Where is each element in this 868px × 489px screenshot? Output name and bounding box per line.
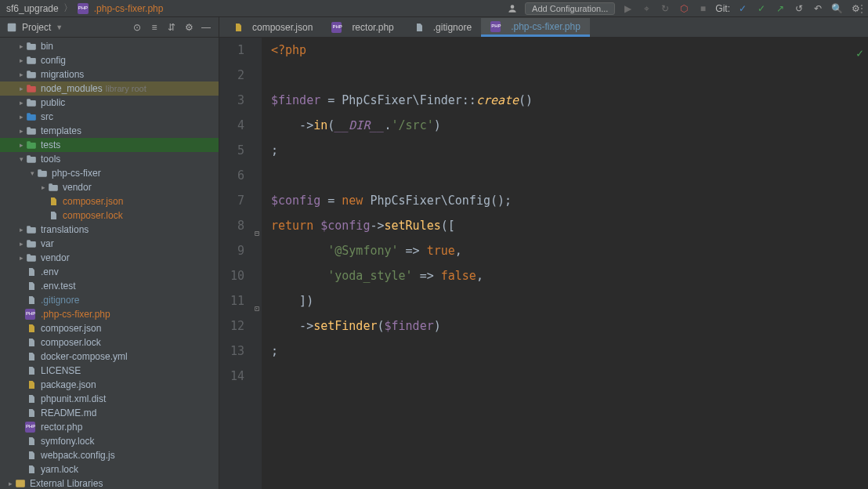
user-icon[interactable] bbox=[506, 2, 519, 15]
code-line[interactable]: 'yoda_style' => false, bbox=[271, 263, 868, 288]
select-opened-icon[interactable]: ⊙ bbox=[131, 21, 143, 34]
editor-tab[interactable]: rector.php bbox=[322, 18, 403, 37]
tree-item[interactable]: composer.json bbox=[0, 194, 219, 208]
code-line[interactable]: $finder = PhpCsFixer\Finder::create() bbox=[271, 88, 868, 113]
code-line[interactable]: return $config->setRules([ bbox=[271, 213, 868, 238]
tree-arrow-icon[interactable]: ▸ bbox=[17, 127, 25, 135]
gear-icon[interactable]: ⚙ bbox=[183, 21, 195, 34]
tree-item[interactable]: yarn.lock bbox=[0, 462, 219, 476]
code-line[interactable] bbox=[271, 63, 868, 88]
tree-arrow-icon[interactable]: ▸ bbox=[17, 141, 25, 149]
line-number[interactable]: 13 bbox=[219, 339, 244, 364]
line-number[interactable]: 14 bbox=[219, 364, 244, 389]
line-number[interactable]: 3 bbox=[219, 88, 244, 113]
project-tree[interactable]: ▸bin▸config▸migrations▸node_moduleslibra… bbox=[0, 38, 219, 489]
tree-arrow-icon[interactable]: ▸ bbox=[17, 113, 25, 121]
tree-arrow-icon[interactable]: ▸ bbox=[17, 99, 25, 107]
tree-item[interactable]: LICENSE bbox=[0, 364, 219, 378]
tree-arrow-icon[interactable]: ▾ bbox=[17, 155, 25, 163]
tree-arrow-icon[interactable]: ▸ bbox=[17, 240, 25, 248]
line-number[interactable]: 8 bbox=[219, 213, 244, 238]
fold-gutter[interactable]: ⊟⊡ bbox=[254, 38, 262, 489]
tree-arrow-icon[interactable]: ▸ bbox=[39, 183, 47, 191]
line-number[interactable]: 5 bbox=[219, 138, 244, 163]
tree-item[interactable]: webpack.config.js bbox=[0, 448, 219, 462]
tree-arrow-icon[interactable]: ▸ bbox=[17, 56, 25, 64]
breadcrumb-project[interactable]: sf6_upgrade bbox=[6, 3, 59, 14]
tree-item[interactable]: ▸var bbox=[0, 237, 219, 251]
line-number[interactable]: 6 bbox=[219, 163, 244, 188]
fold-icon[interactable]: ⊡ bbox=[255, 296, 259, 321]
git-commit-icon[interactable]: ✓ bbox=[755, 2, 768, 15]
tree-item[interactable]: ▸vendor bbox=[0, 180, 219, 194]
code-line[interactable]: ]) bbox=[271, 288, 868, 313]
profiler-icon[interactable]: ⬡ bbox=[678, 2, 690, 15]
tree-item[interactable]: .gitignore bbox=[0, 293, 219, 307]
undo-icon[interactable]: ↶ bbox=[812, 2, 824, 15]
history-icon[interactable]: ↺ bbox=[793, 2, 805, 15]
tree-item[interactable]: package.json bbox=[0, 378, 219, 392]
code-line[interactable]: ->setFinder($finder) bbox=[271, 313, 868, 339]
code-line[interactable] bbox=[271, 364, 868, 389]
line-number[interactable]: 4 bbox=[219, 113, 244, 138]
tree-arrow-icon[interactable]: ▸ bbox=[6, 480, 14, 487]
line-number[interactable]: 2 bbox=[219, 63, 244, 88]
code-content[interactable]: ✓ <?php $finder = PhpCsFixer\Finder::cre… bbox=[262, 38, 868, 489]
code-line[interactable]: ; bbox=[271, 138, 868, 163]
fold-icon[interactable]: ⊟ bbox=[255, 221, 259, 246]
add-configuration-button[interactable]: Add Configuration... bbox=[525, 2, 615, 15]
tree-item[interactable]: .env.test bbox=[0, 279, 219, 293]
tree-arrow-icon[interactable]: ▸ bbox=[17, 42, 25, 50]
tree-item[interactable]: ▸templates bbox=[0, 124, 219, 138]
tree-item[interactable]: ▸config bbox=[0, 53, 219, 67]
code-line[interactable] bbox=[271, 163, 868, 188]
code-editor[interactable]: 1234567891011121314 ⊟⊡ ✓ <?php $finder =… bbox=[219, 38, 868, 489]
tree-item[interactable]: composer.json bbox=[0, 321, 219, 335]
git-update-icon[interactable]: ✓ bbox=[736, 2, 749, 15]
run-icon[interactable]: ▶ bbox=[621, 2, 634, 15]
tree-item[interactable]: ▾tools bbox=[0, 152, 219, 166]
tree-item[interactable]: .env bbox=[0, 265, 219, 279]
breadcrumb-file[interactable]: .php-cs-fixer.php bbox=[94, 3, 164, 14]
tree-item[interactable]: ▸public bbox=[0, 96, 219, 110]
tree-arrow-icon[interactable]: ▸ bbox=[17, 254, 25, 262]
tree-item[interactable]: docker-compose.yml bbox=[0, 350, 219, 364]
debug-icon[interactable]: ⌖ bbox=[640, 2, 653, 15]
editor-tab[interactable]: .php-cs-fixer.php bbox=[481, 18, 590, 37]
tree-item[interactable]: ▸bin bbox=[0, 39, 219, 53]
line-number[interactable]: 11 bbox=[219, 288, 244, 313]
tree-item[interactable]: .php-cs-fixer.php bbox=[0, 307, 219, 321]
tree-item[interactable]: composer.lock bbox=[0, 208, 219, 223]
tree-item[interactable]: ▸tests bbox=[0, 138, 219, 152]
tree-item[interactable]: ▸node_moduleslibrary root bbox=[0, 82, 219, 96]
tree-item[interactable]: README.md bbox=[0, 406, 219, 420]
code-line[interactable]: <?php bbox=[271, 38, 868, 63]
tree-arrow-icon[interactable]: ▸ bbox=[17, 85, 25, 92]
collapse-icon[interactable]: ⇵ bbox=[165, 21, 178, 34]
tree-item-external[interactable]: ▸External Libraries bbox=[0, 476, 219, 489]
editor-tab[interactable]: composer.json bbox=[222, 18, 322, 37]
search-icon[interactable]: 🔍 bbox=[830, 2, 843, 15]
tree-arrow-icon[interactable]: ▸ bbox=[17, 71, 25, 78]
chevron-down-icon[interactable]: ▼ bbox=[56, 24, 63, 31]
expand-icon[interactable]: ≡ bbox=[148, 21, 161, 34]
sidebar-title[interactable]: Project bbox=[22, 22, 51, 33]
tree-item[interactable]: ▸translations bbox=[0, 223, 219, 237]
coverage-icon[interactable]: ↻ bbox=[659, 2, 671, 15]
tree-item[interactable]: ▸migrations bbox=[0, 67, 219, 82]
tree-item[interactable]: ▾php-cs-fixer bbox=[0, 166, 219, 180]
git-push-icon[interactable]: ↗ bbox=[774, 2, 787, 15]
tree-arrow-icon[interactable]: ▸ bbox=[17, 226, 25, 234]
line-number[interactable]: 9 bbox=[219, 238, 244, 263]
tree-item[interactable]: ▸vendor bbox=[0, 251, 219, 265]
inspection-ok-icon[interactable]: ✓ bbox=[856, 41, 863, 66]
tree-item[interactable]: composer.lock bbox=[0, 335, 219, 350]
code-line[interactable]: ->in(__DIR__.'/src') bbox=[271, 113, 868, 138]
code-line[interactable]: '@Symfony' => true, bbox=[271, 238, 868, 263]
stop-icon[interactable]: ■ bbox=[696, 2, 709, 15]
tree-arrow-icon[interactable]: ▾ bbox=[28, 169, 36, 177]
hide-icon[interactable]: — bbox=[200, 21, 212, 34]
line-number[interactable]: 7 bbox=[219, 188, 244, 213]
editor-tab[interactable]: .gitignore bbox=[403, 18, 481, 37]
line-number[interactable]: 10 bbox=[219, 263, 244, 288]
